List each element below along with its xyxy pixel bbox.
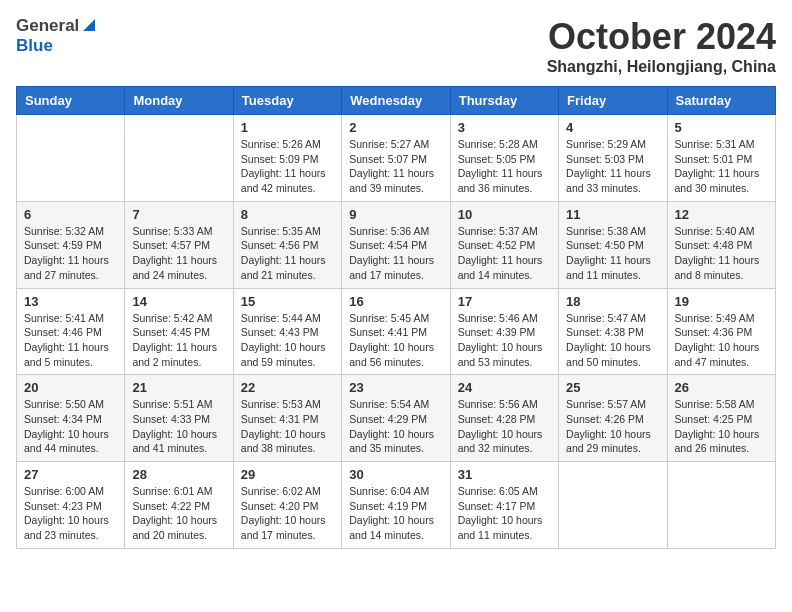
week-row-0: 1Sunrise: 5:26 AM Sunset: 5:09 PM Daylig…: [17, 115, 776, 202]
day-cell-1-5: 11Sunrise: 5:38 AM Sunset: 4:50 PM Dayli…: [559, 201, 667, 288]
col-sunday: Sunday: [17, 87, 125, 115]
day-detail: Sunrise: 5:58 AM Sunset: 4:25 PM Dayligh…: [675, 397, 768, 456]
calendar-body: 1Sunrise: 5:26 AM Sunset: 5:09 PM Daylig…: [17, 115, 776, 549]
day-cell-4-0: 27Sunrise: 6:00 AM Sunset: 4:23 PM Dayli…: [17, 462, 125, 549]
day-number: 26: [675, 380, 768, 395]
svg-marker-0: [83, 19, 95, 31]
day-detail: Sunrise: 5:53 AM Sunset: 4:31 PM Dayligh…: [241, 397, 334, 456]
day-cell-0-5: 4Sunrise: 5:29 AM Sunset: 5:03 PM Daylig…: [559, 115, 667, 202]
day-cell-2-0: 13Sunrise: 5:41 AM Sunset: 4:46 PM Dayli…: [17, 288, 125, 375]
col-friday: Friday: [559, 87, 667, 115]
week-row-2: 13Sunrise: 5:41 AM Sunset: 4:46 PM Dayli…: [17, 288, 776, 375]
day-detail: Sunrise: 5:41 AM Sunset: 4:46 PM Dayligh…: [24, 311, 117, 370]
day-cell-0-0: [17, 115, 125, 202]
day-cell-0-2: 1Sunrise: 5:26 AM Sunset: 5:09 PM Daylig…: [233, 115, 341, 202]
logo: General Blue: [16, 16, 97, 56]
day-number: 14: [132, 294, 225, 309]
day-number: 13: [24, 294, 117, 309]
title-area: October 2024 Shangzhi, Heilongjiang, Chi…: [547, 16, 776, 76]
day-number: 4: [566, 120, 659, 135]
day-cell-3-2: 22Sunrise: 5:53 AM Sunset: 4:31 PM Dayli…: [233, 375, 341, 462]
col-tuesday: Tuesday: [233, 87, 341, 115]
day-cell-4-5: [559, 462, 667, 549]
day-detail: Sunrise: 5:29 AM Sunset: 5:03 PM Dayligh…: [566, 137, 659, 196]
col-wednesday: Wednesday: [342, 87, 450, 115]
day-number: 23: [349, 380, 442, 395]
day-detail: Sunrise: 5:44 AM Sunset: 4:43 PM Dayligh…: [241, 311, 334, 370]
day-cell-0-6: 5Sunrise: 5:31 AM Sunset: 5:01 PM Daylig…: [667, 115, 775, 202]
day-detail: Sunrise: 5:37 AM Sunset: 4:52 PM Dayligh…: [458, 224, 551, 283]
day-detail: Sunrise: 5:35 AM Sunset: 4:56 PM Dayligh…: [241, 224, 334, 283]
day-cell-0-3: 2Sunrise: 5:27 AM Sunset: 5:07 PM Daylig…: [342, 115, 450, 202]
day-cell-1-3: 9Sunrise: 5:36 AM Sunset: 4:54 PM Daylig…: [342, 201, 450, 288]
day-cell-3-0: 20Sunrise: 5:50 AM Sunset: 4:34 PM Dayli…: [17, 375, 125, 462]
day-number: 12: [675, 207, 768, 222]
day-detail: Sunrise: 6:00 AM Sunset: 4:23 PM Dayligh…: [24, 484, 117, 543]
logo-general: General: [16, 16, 79, 36]
day-number: 9: [349, 207, 442, 222]
day-cell-2-6: 19Sunrise: 5:49 AM Sunset: 4:36 PM Dayli…: [667, 288, 775, 375]
day-number: 5: [675, 120, 768, 135]
day-cell-2-3: 16Sunrise: 5:45 AM Sunset: 4:41 PM Dayli…: [342, 288, 450, 375]
day-number: 7: [132, 207, 225, 222]
day-number: 16: [349, 294, 442, 309]
day-number: 17: [458, 294, 551, 309]
week-row-1: 6Sunrise: 5:32 AM Sunset: 4:59 PM Daylig…: [17, 201, 776, 288]
day-detail: Sunrise: 5:32 AM Sunset: 4:59 PM Dayligh…: [24, 224, 117, 283]
day-cell-4-6: [667, 462, 775, 549]
day-number: 8: [241, 207, 334, 222]
day-number: 10: [458, 207, 551, 222]
header: General Blue October 2024 Shangzhi, Heil…: [16, 16, 776, 76]
day-cell-3-5: 25Sunrise: 5:57 AM Sunset: 4:26 PM Dayli…: [559, 375, 667, 462]
day-detail: Sunrise: 5:42 AM Sunset: 4:45 PM Dayligh…: [132, 311, 225, 370]
day-number: 6: [24, 207, 117, 222]
day-number: 24: [458, 380, 551, 395]
day-detail: Sunrise: 5:57 AM Sunset: 4:26 PM Dayligh…: [566, 397, 659, 456]
header-row: Sunday Monday Tuesday Wednesday Thursday…: [17, 87, 776, 115]
day-cell-0-4: 3Sunrise: 5:28 AM Sunset: 5:05 PM Daylig…: [450, 115, 558, 202]
day-cell-2-1: 14Sunrise: 5:42 AM Sunset: 4:45 PM Dayli…: [125, 288, 233, 375]
day-detail: Sunrise: 5:27 AM Sunset: 5:07 PM Dayligh…: [349, 137, 442, 196]
calendar-table: Sunday Monday Tuesday Wednesday Thursday…: [16, 86, 776, 549]
day-detail: Sunrise: 5:50 AM Sunset: 4:34 PM Dayligh…: [24, 397, 117, 456]
logo-triangle-icon: [81, 17, 97, 33]
day-cell-1-4: 10Sunrise: 5:37 AM Sunset: 4:52 PM Dayli…: [450, 201, 558, 288]
day-cell-3-4: 24Sunrise: 5:56 AM Sunset: 4:28 PM Dayli…: [450, 375, 558, 462]
day-cell-0-1: [125, 115, 233, 202]
day-detail: Sunrise: 5:45 AM Sunset: 4:41 PM Dayligh…: [349, 311, 442, 370]
day-cell-2-5: 18Sunrise: 5:47 AM Sunset: 4:38 PM Dayli…: [559, 288, 667, 375]
day-number: 29: [241, 467, 334, 482]
day-number: 21: [132, 380, 225, 395]
page-container: General Blue October 2024 Shangzhi, Heil…: [16, 16, 776, 549]
day-number: 27: [24, 467, 117, 482]
day-number: 15: [241, 294, 334, 309]
day-detail: Sunrise: 5:40 AM Sunset: 4:48 PM Dayligh…: [675, 224, 768, 283]
day-number: 3: [458, 120, 551, 135]
day-detail: Sunrise: 5:46 AM Sunset: 4:39 PM Dayligh…: [458, 311, 551, 370]
day-detail: Sunrise: 6:04 AM Sunset: 4:19 PM Dayligh…: [349, 484, 442, 543]
col-saturday: Saturday: [667, 87, 775, 115]
col-thursday: Thursday: [450, 87, 558, 115]
day-number: 28: [132, 467, 225, 482]
day-number: 22: [241, 380, 334, 395]
day-detail: Sunrise: 5:38 AM Sunset: 4:50 PM Dayligh…: [566, 224, 659, 283]
day-cell-2-2: 15Sunrise: 5:44 AM Sunset: 4:43 PM Dayli…: [233, 288, 341, 375]
day-number: 2: [349, 120, 442, 135]
day-cell-4-1: 28Sunrise: 6:01 AM Sunset: 4:22 PM Dayli…: [125, 462, 233, 549]
day-detail: Sunrise: 5:33 AM Sunset: 4:57 PM Dayligh…: [132, 224, 225, 283]
logo-blue-wrapper: Blue: [16, 36, 53, 56]
logo-blue: Blue: [16, 36, 53, 55]
day-number: 11: [566, 207, 659, 222]
day-cell-3-3: 23Sunrise: 5:54 AM Sunset: 4:29 PM Dayli…: [342, 375, 450, 462]
day-number: 20: [24, 380, 117, 395]
week-row-4: 27Sunrise: 6:00 AM Sunset: 4:23 PM Dayli…: [17, 462, 776, 549]
day-detail: Sunrise: 5:26 AM Sunset: 5:09 PM Dayligh…: [241, 137, 334, 196]
day-number: 19: [675, 294, 768, 309]
day-number: 18: [566, 294, 659, 309]
month-title: October 2024: [547, 16, 776, 58]
location-title: Shangzhi, Heilongjiang, China: [547, 58, 776, 76]
day-cell-3-6: 26Sunrise: 5:58 AM Sunset: 4:25 PM Dayli…: [667, 375, 775, 462]
day-number: 1: [241, 120, 334, 135]
day-detail: Sunrise: 5:31 AM Sunset: 5:01 PM Dayligh…: [675, 137, 768, 196]
day-cell-4-3: 30Sunrise: 6:04 AM Sunset: 4:19 PM Dayli…: [342, 462, 450, 549]
